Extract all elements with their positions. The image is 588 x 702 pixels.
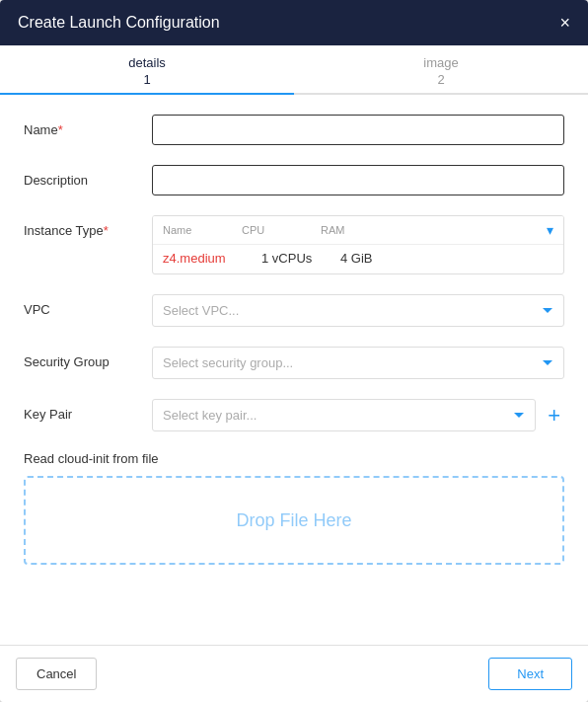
name-field-container (152, 115, 564, 145)
instance-type-field-container: Name CPU RAM ▾ z4.medium 1 vCPUs 4 GiB (152, 215, 564, 274)
col-cpu: CPU (242, 224, 291, 236)
description-input[interactable] (152, 165, 564, 195)
col-ram: RAM (321, 224, 370, 236)
instance-type-cpu: 1 vCPUs (261, 251, 340, 266)
name-label: Name* (24, 115, 152, 137)
tab-image-label: image (423, 55, 458, 70)
instance-type-chevron-icon: ▾ (547, 222, 553, 238)
tab-image[interactable]: image 2 (294, 45, 588, 93)
description-field-container (152, 165, 564, 195)
close-button[interactable]: × (559, 14, 570, 32)
description-label: Description (24, 165, 152, 188)
instance-type-label: Instance Type* (24, 215, 152, 238)
tab-details[interactable]: details 1 (0, 45, 294, 93)
key-pair-select[interactable]: Select key pair... (152, 399, 536, 431)
tab-details-label: details (128, 55, 166, 70)
name-row: Name* (24, 115, 564, 145)
modal-title: Create Launch Configuration (18, 14, 220, 32)
security-group-field-container: Select security group... (152, 347, 564, 379)
cancel-button[interactable]: Cancel (16, 658, 97, 690)
add-key-pair-button[interactable]: + (544, 405, 564, 427)
cloud-init-section: Read cloud-init from file Drop File Here (24, 451, 564, 565)
name-input[interactable] (152, 115, 564, 145)
instance-type-ram: 4 GiB (340, 251, 373, 266)
instance-type-box[interactable]: Name CPU RAM ▾ z4.medium 1 vCPUs 4 GiB (152, 215, 564, 274)
security-group-label: Security Group (24, 347, 152, 369)
modal-footer: Cancel Next (0, 645, 588, 702)
vpc-label: VPC (24, 294, 152, 317)
vpc-row: VPC Select VPC... (24, 294, 564, 327)
tab-details-number: 1 (0, 72, 294, 87)
description-row: Description (24, 165, 564, 195)
key-pair-input-row: Select key pair... + (152, 399, 564, 431)
tab-image-number: 2 (294, 72, 588, 87)
cloud-init-label: Read cloud-init from file (24, 451, 564, 466)
create-launch-config-modal: Create Launch Configuration × details 1 … (0, 0, 588, 702)
col-name: Name (163, 224, 212, 236)
vpc-field-container: Select VPC... (152, 294, 564, 327)
modal-header: Create Launch Configuration × (0, 0, 588, 45)
modal-body: Name* Description Instance Type* (0, 95, 588, 645)
vpc-select[interactable]: Select VPC... (152, 294, 564, 327)
instance-type-header: Name CPU RAM ▾ (153, 216, 563, 244)
key-pair-select-container: Select key pair... (152, 399, 536, 431)
instance-type-selected-row: z4.medium 1 vCPUs 4 GiB (153, 244, 563, 273)
key-pair-field-container: Select key pair... + (152, 399, 564, 431)
drop-zone-text: Drop File Here (236, 510, 351, 531)
instance-type-row: Instance Type* Name CPU RAM ▾ z4.medium (24, 215, 564, 274)
security-group-row: Security Group Select security group... (24, 347, 564, 379)
instance-type-name: z4.medium (163, 251, 261, 266)
key-pair-label: Key Pair (24, 399, 152, 422)
key-pair-row: Key Pair Select key pair... + (24, 399, 564, 431)
security-group-select[interactable]: Select security group... (152, 347, 564, 379)
drop-zone[interactable]: Drop File Here (24, 476, 564, 565)
next-button[interactable]: Next (488, 658, 572, 690)
tabs-container: details 1 image 2 (0, 45, 588, 95)
instance-type-cols: Name CPU RAM (163, 224, 370, 236)
